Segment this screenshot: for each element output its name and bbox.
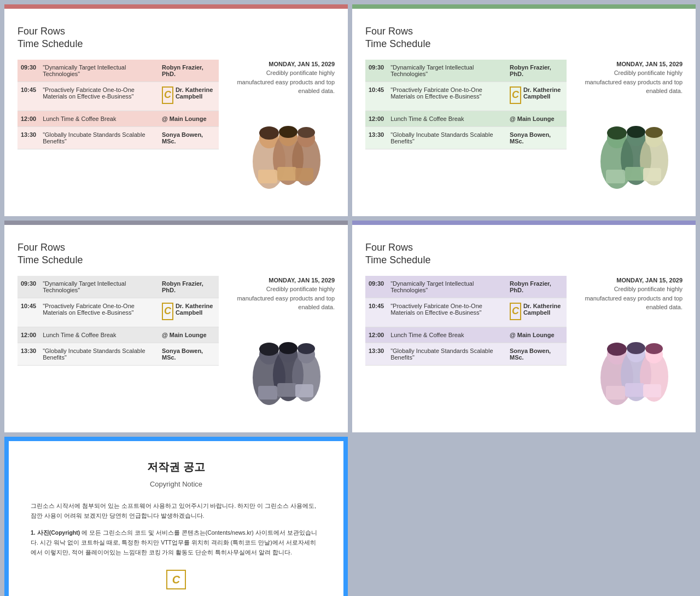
event-title-cell: "Proactively Fabricate One-to-One Materi…: [387, 298, 506, 327]
table-row: 13:30"Globally Incubate Standards Scalab…: [18, 126, 219, 149]
schedule-table-container: 09:30"Dynamically Target Intellectual Te…: [365, 60, 567, 216]
table-row: 12:00Lunch Time & Coffee Break@ Main Lou…: [365, 111, 567, 126]
time-cell: 10:45: [18, 82, 39, 111]
speaker-cell: Sonya Bowen, MSc.: [159, 343, 219, 365]
event-title-cell: "Dynamically Target Intellectual Technol…: [39, 60, 159, 82]
table-row: 13:30"Globally Incubate Standards Scalab…: [18, 343, 219, 365]
speaker-cell: @ Main Lounge: [506, 327, 567, 343]
c-icon: C: [166, 570, 186, 589]
date-info: MONDAY, JAN 15, 2029 Credibly pontificat…: [237, 276, 335, 312]
table-row: 10:45"Proactively Fabricate One-to-One M…: [365, 298, 567, 327]
date-text: MONDAY, JAN 15, 2029: [585, 276, 682, 285]
event-title-cell: "Proactively Fabricate One-to-One Materi…: [39, 82, 159, 111]
table-row: 12:00Lunch Time & Coffee Break@ Main Lou…: [365, 327, 567, 343]
schedule-card-green: Four RowsTime Schedule 09:30"Dynamically…: [352, 4, 696, 216]
card-top-bar: [4, 221, 348, 225]
svg-point-35: [298, 343, 315, 354]
description-text: Credibly pontificate highlymanufactured …: [585, 68, 682, 96]
c-badge-icon: C: [510, 303, 521, 320]
time-cell: 10:45: [365, 82, 387, 111]
date-info: MONDAY, JAN 15, 2029 Credibly pontificat…: [585, 276, 682, 312]
table-row: 12:00Lunch Time & Coffee Break@ Main Lou…: [18, 327, 219, 343]
schedule-table: 09:30"Dynamically Target Intellectual Te…: [365, 276, 567, 366]
event-title-cell: "Globally Incubate Standards Scalable Be…: [387, 343, 506, 365]
svg-point-34: [279, 342, 298, 354]
copyright-section: 저작권 공고 Copyright Notice 그린소스 시작서에 첨부되어 있…: [4, 437, 348, 596]
illustration: [584, 323, 682, 432]
time-cell: 09:30: [18, 60, 39, 82]
speaker-cell: Robyn Frazier, PhD.: [159, 276, 219, 298]
svg-point-46: [627, 342, 645, 354]
table-row: 09:30"Dynamically Target Intellectual Te…: [365, 60, 567, 82]
c-badge-icon: C: [162, 86, 173, 104]
speaker-cell: Robyn Frazier, PhD.: [159, 60, 219, 82]
schedule-table-container: 09:30"Dynamically Target Intellectual Te…: [18, 60, 219, 216]
copyright-title-english: Copyright Notice: [31, 478, 322, 490]
table-row: 10:45"Proactively Fabricate One-to-One M…: [18, 82, 219, 111]
speaker-cell: @ Main Lounge: [506, 111, 567, 126]
svg-rect-6: [258, 170, 277, 183]
copyright-badge: C: [31, 565, 322, 594]
table-row: 12:00Lunch Time & Coffee Break@ Main Lou…: [18, 111, 219, 126]
time-cell: 13:30: [365, 343, 387, 365]
event-title-cell: "Proactively Fabricate One-to-One Materi…: [39, 298, 159, 327]
card-right-panel: MONDAY, JAN 15, 2029 Credibly pontificat…: [225, 276, 335, 432]
speaker-cell: Sonya Bowen, MSc.: [506, 126, 567, 149]
card-title: Four RowsTime Schedule: [18, 241, 335, 267]
illustration: [584, 107, 682, 216]
svg-point-45: [607, 343, 627, 356]
time-cell: 09:30: [365, 276, 387, 298]
schedule-table: 09:30"Dynamically Target Intellectual Te…: [18, 60, 219, 149]
svg-point-21: [607, 126, 627, 140]
svg-rect-19: [625, 167, 644, 181]
schedule-card-gray: Four RowsTime Schedule 09:30"Dynamically…: [4, 221, 348, 432]
time-cell: 12:00: [365, 111, 387, 126]
event-title-cell: "Globally Incubate Standards Scalable Be…: [39, 343, 159, 365]
time-cell: 12:00: [365, 327, 387, 343]
date-text: MONDAY, JAN 15, 2029: [237, 60, 335, 69]
copyright-intro: 그린소스 시작서에 첨부되어 있는 소프트웨어 사용하고 있어주시기 바랍니다.…: [31, 501, 322, 521]
time-cell: 13:30: [365, 126, 387, 149]
event-title-cell: Lunch Time & Coffee Break: [39, 111, 159, 126]
speaker-cell: @ Main Lounge: [159, 327, 219, 343]
svg-rect-30: [258, 386, 277, 400]
speaker-cell: CDr. Katherine Campbell: [506, 298, 567, 327]
event-title-cell: Lunch Time & Coffee Break: [39, 327, 159, 343]
svg-rect-7: [277, 167, 296, 181]
card-right-panel: MONDAY, JAN 15, 2029 Credibly pontificat…: [225, 60, 335, 216]
card-title: Four RowsTime Schedule: [365, 241, 682, 267]
svg-point-47: [645, 343, 663, 354]
date-text: MONDAY, JAN 15, 2029: [585, 60, 682, 69]
speaker-cell: CDr. Katherine Campbell: [506, 82, 567, 111]
copyright-inner: 저작권 공고 Copyright Notice 그린소스 시작서에 첨부되어 있…: [9, 441, 343, 596]
c-badge-icon: C: [162, 303, 173, 320]
event-title-cell: "Dynamically Target Intellectual Technol…: [39, 276, 159, 298]
card-right-panel: MONDAY, JAN 15, 2029 Credibly pontificat…: [573, 276, 682, 432]
time-cell: 12:00: [18, 327, 39, 343]
svg-rect-8: [295, 168, 313, 181]
speaker-cell: @ Main Lounge: [159, 111, 219, 126]
svg-point-23: [645, 127, 663, 138]
table-row: 13:30"Globally Incubate Standards Scalab…: [365, 126, 567, 149]
svg-rect-20: [643, 168, 661, 181]
time-cell: 12:00: [18, 111, 39, 126]
c-badge-icon: C: [510, 86, 521, 104]
illustration: [236, 323, 335, 432]
card-top-bar: [352, 221, 696, 225]
event-title-cell: "Proactively Fabricate One-to-One Materi…: [387, 82, 506, 111]
schedule-card-purple: Four RowsTime Schedule 09:30"Dynamically…: [352, 221, 696, 432]
copyright-section-1: 1. 사진(Copyright) 에 모든 그린소스의 코드 및 서비스를 콘텐…: [31, 528, 322, 558]
schedule-table-container: 09:30"Dynamically Target Intellectual Te…: [18, 276, 219, 432]
time-cell: 09:30: [365, 60, 387, 82]
svg-point-22: [627, 126, 645, 138]
event-title-cell: Lunch Time & Coffee Break: [387, 111, 506, 126]
card-right-panel: MONDAY, JAN 15, 2029 Credibly pontificat…: [573, 60, 682, 216]
card-title: Four RowsTime Schedule: [18, 25, 335, 51]
table-row: 09:30"Dynamically Target Intellectual Te…: [365, 276, 567, 298]
speaker-cell: Sonya Bowen, MSc.: [506, 343, 567, 365]
event-title-cell: Lunch Time & Coffee Break: [387, 327, 506, 343]
time-cell: 13:30: [18, 126, 39, 149]
event-title-cell: "Globally Incubate Standards Scalable Be…: [39, 126, 159, 149]
svg-point-9: [259, 126, 279, 140]
svg-rect-18: [606, 170, 625, 183]
